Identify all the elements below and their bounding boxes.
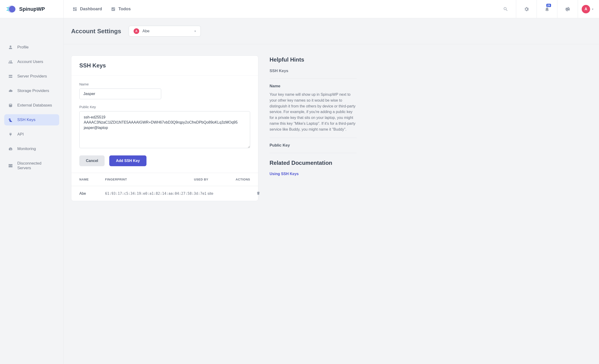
- settings-button[interactable]: [516, 0, 537, 18]
- table-row: Abe 61:93:17:c5:34:19:e0:a1:82:14:aa:04:…: [71, 186, 258, 201]
- account-name: Abe: [142, 29, 150, 34]
- page-title: Account Settings: [71, 28, 121, 35]
- key-icon: [9, 118, 13, 122]
- nav-todos[interactable]: Todos: [111, 7, 131, 11]
- sidebar-item-account-users[interactable]: Account Users: [4, 56, 59, 67]
- sidebar-item-label: Monitoring: [17, 147, 36, 151]
- related-docs-link[interactable]: Using SSH Keys: [270, 172, 357, 176]
- pubkey-label: Public Key: [79, 105, 250, 109]
- sidebar-item-label: API: [17, 132, 24, 137]
- sidebar-item-label: SSH Keys: [17, 117, 35, 122]
- trash-icon: [256, 191, 260, 195]
- td-fingerprint: 61:93:17:c5:34:19:e0:a1:82:14:aa:04:27:5…: [105, 191, 204, 196]
- sidebar-item-label: Server Providers: [17, 74, 47, 79]
- name-input[interactable]: [79, 89, 161, 99]
- helpful-hints: Helpful Hints SSH Keys Name Your key nam…: [270, 55, 357, 201]
- main: Account Settings A Abe ▾ SSH Keys Name: [64, 18, 599, 364]
- delete-key-button[interactable]: [256, 191, 260, 195]
- nav-todos-label: Todos: [118, 7, 131, 11]
- server-icon: [9, 74, 13, 79]
- users-icon: [9, 60, 13, 64]
- gear-icon: [524, 6, 529, 12]
- svg-rect-1: [7, 9, 9, 9]
- th-actions: ACTIONS: [224, 178, 250, 181]
- sidebar-item-label: Account Users: [17, 60, 43, 64]
- sidebar-item-label: Disconnected Servers: [17, 161, 55, 170]
- sidebar-item-external-databases[interactable]: External Databases: [4, 100, 59, 111]
- avatar: A: [582, 5, 590, 13]
- sidebar: Profile Account Users Server Providers S…: [0, 18, 64, 364]
- name-label: Name: [79, 82, 250, 86]
- hints-name-heading: Name: [270, 84, 357, 89]
- hints-title: Helpful Hints: [270, 56, 357, 63]
- nav-primary: Dashboard Todos: [64, 0, 131, 18]
- titlebar: Account Settings A Abe ▾: [64, 18, 599, 44]
- header: SpinupWP Dashboard Todos 29: [0, 0, 599, 18]
- account-avatar: A: [134, 28, 139, 34]
- help-button[interactable]: [557, 0, 578, 18]
- account-select[interactable]: A Abe ▾: [129, 26, 201, 36]
- sidebar-item-disconnected-servers[interactable]: Disconnected Servers: [4, 158, 59, 174]
- sidebar-item-label: Profile: [17, 45, 28, 50]
- divider: [270, 153, 357, 153]
- hints-pubkey-heading: Public Key: [270, 143, 357, 148]
- bell-icon: [545, 6, 550, 12]
- profile-icon: [9, 45, 13, 49]
- cancel-button[interactable]: Cancel: [79, 155, 105, 166]
- logo-wrap: SpinupWP: [0, 0, 64, 18]
- search-icon: [503, 7, 508, 12]
- cloud-icon: [9, 89, 13, 93]
- card-title: SSH Keys: [79, 62, 250, 69]
- brand-name: SpinupWP: [19, 6, 45, 12]
- related-docs-title: Related Documentation: [270, 160, 357, 166]
- gauge-icon: [9, 147, 13, 151]
- nav-dashboard-label: Dashboard: [80, 7, 102, 11]
- nav-dashboard[interactable]: Dashboard: [72, 7, 102, 11]
- chevron-down-icon: ▾: [194, 29, 196, 33]
- header-actions: 29 A ▾: [495, 0, 599, 18]
- sidebar-item-server-providers[interactable]: Server Providers: [4, 71, 59, 82]
- sidebar-item-label: Storage Providers: [17, 89, 49, 93]
- plug-icon: [9, 132, 13, 136]
- svg-rect-0: [7, 7, 9, 8]
- search-button[interactable]: [495, 0, 516, 18]
- dashboard-icon: [72, 7, 77, 11]
- chevron-down-icon: ▾: [592, 8, 593, 11]
- sidebar-item-ssh-keys[interactable]: SSH Keys: [4, 114, 59, 125]
- sidebar-item-label: External Databases: [17, 103, 52, 108]
- td-name: Abe: [79, 191, 105, 196]
- pubkey-input[interactable]: [79, 111, 250, 148]
- table-head: NAME FINGERPRINT USED BY ACTIONS: [71, 173, 258, 186]
- lifebuoy-icon: [565, 7, 570, 12]
- disconnected-icon: [9, 164, 13, 168]
- ssh-keys-card: SSH Keys Name Public Key Cancel: [71, 55, 258, 201]
- add-ssh-key-button[interactable]: Add SSH Key: [109, 155, 146, 166]
- svg-rect-2: [7, 10, 9, 11]
- logo[interactable]: SpinupWP: [7, 5, 45, 13]
- notifications-button[interactable]: 29: [537, 0, 557, 18]
- sidebar-item-api[interactable]: API: [4, 129, 59, 140]
- divider: [270, 138, 357, 138]
- hints-name-text: Your key name will show up in SpinupWP n…: [270, 92, 357, 133]
- logo-icon: [7, 5, 17, 13]
- td-used-by: 1 site: [204, 191, 235, 196]
- hints-subtitle: SSH Keys: [270, 69, 357, 73]
- avatar-menu[interactable]: A ▾: [578, 0, 599, 18]
- sidebar-item-monitoring[interactable]: Monitoring: [4, 143, 59, 154]
- th-used-by: USED BY: [194, 178, 224, 181]
- database-icon: [9, 103, 13, 107]
- th-fingerprint: FINGERPRINT: [105, 178, 194, 181]
- sidebar-item-storage-providers[interactable]: Storage Providers: [4, 85, 59, 97]
- sidebar-item-profile[interactable]: Profile: [4, 42, 59, 53]
- todos-icon: [111, 7, 115, 11]
- th-name: NAME: [79, 178, 105, 181]
- notif-badge: 29: [546, 4, 551, 7]
